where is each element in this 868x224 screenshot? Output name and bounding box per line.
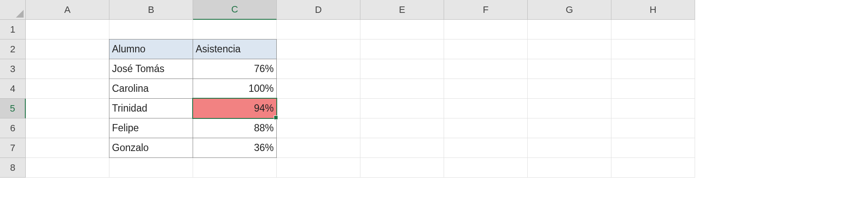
cell-a7[interactable] [26, 138, 109, 158]
cell-c5[interactable]: 94% [193, 99, 277, 118]
cell-b4[interactable]: Carolina [109, 79, 193, 99]
row-header-2[interactable]: 2 [0, 39, 26, 59]
cell-g6[interactable] [528, 118, 611, 138]
cell-g4[interactable] [528, 79, 611, 99]
row-header-6[interactable]: 6 [0, 118, 26, 138]
cell-e8[interactable] [360, 158, 444, 178]
col-header-h[interactable]: H [611, 0, 695, 20]
cell-b6[interactable]: Felipe [109, 118, 193, 138]
cell-e6[interactable] [360, 118, 444, 138]
cell-d7[interactable] [277, 138, 360, 158]
row-header-7[interactable]: 7 [0, 138, 26, 158]
cell-e5[interactable] [360, 99, 444, 118]
cell-g5[interactable] [528, 99, 611, 118]
cell-h8[interactable] [611, 158, 695, 178]
cell-h1[interactable] [611, 20, 695, 39]
cell-f8[interactable] [444, 158, 528, 178]
cell-a2[interactable] [26, 39, 109, 59]
cell-f6[interactable] [444, 118, 528, 138]
cell-c1[interactable] [193, 20, 277, 39]
col-header-d[interactable]: D [277, 0, 360, 20]
row-header-1[interactable]: 1 [0, 20, 26, 39]
cell-g3[interactable] [528, 59, 611, 79]
cell-d5[interactable] [277, 99, 360, 118]
col-header-e[interactable]: E [360, 0, 444, 20]
cell-e1[interactable] [360, 20, 444, 39]
cell-a3[interactable] [26, 59, 109, 79]
cell-d3[interactable] [277, 59, 360, 79]
cell-h6[interactable] [611, 118, 695, 138]
cell-a8[interactable] [26, 158, 109, 178]
cell-h4[interactable] [611, 79, 695, 99]
cell-g2[interactable] [528, 39, 611, 59]
cell-a4[interactable] [26, 79, 109, 99]
col-header-f[interactable]: F [444, 0, 528, 20]
col-header-c[interactable]: C [193, 0, 277, 20]
cell-c2[interactable]: Asistencia [193, 39, 277, 59]
cell-c8[interactable] [193, 158, 277, 178]
row-header-3[interactable]: 3 [0, 59, 26, 79]
cell-b8[interactable] [109, 158, 193, 178]
col-header-g[interactable]: G [528, 0, 611, 20]
cell-d6[interactable] [277, 118, 360, 138]
cell-h2[interactable] [611, 39, 695, 59]
cell-e3[interactable] [360, 59, 444, 79]
cell-f3[interactable] [444, 59, 528, 79]
cell-f7[interactable] [444, 138, 528, 158]
cell-c3[interactable]: 76% [193, 59, 277, 79]
cell-f5[interactable] [444, 99, 528, 118]
cell-f1[interactable] [444, 20, 528, 39]
cell-d8[interactable] [277, 158, 360, 178]
cell-a5[interactable] [26, 99, 109, 118]
spreadsheet-grid[interactable]: A B C D E F G H 1 2 Alumno Asistencia 3 … [0, 0, 868, 178]
cell-e4[interactable] [360, 79, 444, 99]
cell-e2[interactable] [360, 39, 444, 59]
cell-b5[interactable]: Trinidad [109, 99, 193, 118]
row-header-5[interactable]: 5 [0, 99, 26, 118]
cell-a1[interactable] [26, 20, 109, 39]
cell-h7[interactable] [611, 138, 695, 158]
cell-c4[interactable]: 100% [193, 79, 277, 99]
col-header-a[interactable]: A [26, 0, 109, 20]
cell-d2[interactable] [277, 39, 360, 59]
cell-f4[interactable] [444, 79, 528, 99]
cell-g8[interactable] [528, 158, 611, 178]
cell-g7[interactable] [528, 138, 611, 158]
cell-f2[interactable] [444, 39, 528, 59]
cell-h5[interactable] [611, 99, 695, 118]
cell-h3[interactable] [611, 59, 695, 79]
cell-c6[interactable]: 88% [193, 118, 277, 138]
cell-b7[interactable]: Gonzalo [109, 138, 193, 158]
select-all-corner[interactable] [0, 0, 26, 20]
cell-e7[interactable] [360, 138, 444, 158]
cell-c7[interactable]: 36% [193, 138, 277, 158]
cell-d4[interactable] [277, 79, 360, 99]
cell-g1[interactable] [528, 20, 611, 39]
row-header-4[interactable]: 4 [0, 79, 26, 99]
row-header-8[interactable]: 8 [0, 158, 26, 178]
cell-a6[interactable] [26, 118, 109, 138]
cell-b3[interactable]: José Tomás [109, 59, 193, 79]
cell-d1[interactable] [277, 20, 360, 39]
cell-b2[interactable]: Alumno [109, 39, 193, 59]
col-header-b[interactable]: B [109, 0, 193, 20]
cell-b1[interactable] [109, 20, 193, 39]
